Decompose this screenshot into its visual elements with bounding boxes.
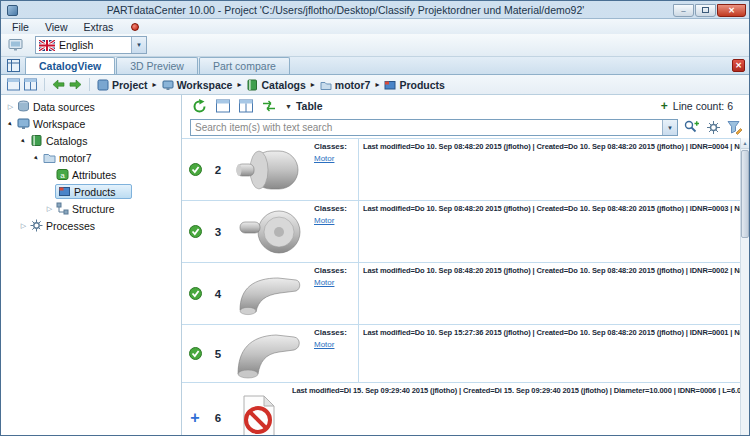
- dropdown-arrow-icon: ▼: [285, 103, 292, 110]
- workspace-icon: [162, 79, 174, 91]
- tree-item-workspace[interactable]: ▸ Workspace: [1, 115, 181, 132]
- breadcrumb-label: Workspace: [177, 79, 233, 91]
- record-icon[interactable]: [131, 23, 139, 31]
- folder-icon: [320, 79, 332, 91]
- tree-label: Structure: [72, 203, 115, 215]
- view-selector-label: Table: [296, 100, 323, 112]
- chevron-icon: ▸: [311, 80, 315, 89]
- title-bar: PARTdataCenter 10.00 - Project 'C:/Users…: [1, 1, 749, 18]
- sync-icon[interactable]: [262, 99, 276, 113]
- products-icon: [384, 79, 396, 91]
- status-approved-icon: [182, 325, 208, 382]
- detail-view-icon[interactable]: [216, 99, 230, 113]
- tree-item-structure[interactable]: ▷ Structure: [1, 200, 181, 217]
- class-link-motor[interactable]: Motor: [314, 216, 334, 225]
- row-number: 6: [208, 383, 228, 435]
- forward-icon[interactable]: [69, 79, 82, 90]
- breadcrumb-bar: Project ▸ Workspace ▸ Catalogs ▸ motor7 …: [1, 75, 749, 95]
- expander-icon[interactable]: ▸: [17, 134, 30, 147]
- breadcrumb-products[interactable]: Products: [384, 79, 445, 91]
- expander-icon[interactable]: ▷: [18, 222, 29, 230]
- table-row[interactable]: 3 Classes: Motor Last modified=Do 10. Se…: [182, 201, 740, 263]
- class-link-motor[interactable]: Motor: [314, 278, 334, 287]
- search-settings-icon[interactable]: [706, 120, 721, 135]
- search-bar: ▼: [182, 117, 749, 138]
- tree-item-motor7[interactable]: ▸ motor7: [1, 149, 181, 166]
- part-thumbnail[interactable]: [228, 201, 312, 262]
- project-icon: [97, 79, 109, 91]
- window-split-icon[interactable]: [24, 78, 37, 91]
- vertical-scrollbar[interactable]: ▲: [740, 138, 749, 435]
- part-thumbnail[interactable]: [228, 139, 312, 200]
- scroll-up-icon[interactable]: ▲: [741, 138, 749, 149]
- breadcrumb-motor7[interactable]: motor7: [320, 79, 371, 91]
- breadcrumb-project[interactable]: Project: [97, 79, 148, 91]
- menu-file[interactable]: File: [4, 19, 37, 34]
- desktop-icon: [8, 38, 23, 52]
- row-metadata: Last modified=Do 10. Sep 15:27:36 2015 (…: [358, 325, 740, 382]
- attributes-icon: a: [56, 168, 69, 181]
- tree-item-attributes[interactable]: ▷ a Attributes: [1, 166, 181, 183]
- search-dropdown-icon[interactable]: ▼: [662, 120, 677, 135]
- tree-item-processes[interactable]: ▷ Processes: [1, 217, 181, 234]
- back-icon[interactable]: [52, 79, 65, 90]
- search-add-icon[interactable]: [684, 120, 700, 135]
- tab-catalog-view[interactable]: CatalogView: [25, 57, 115, 74]
- split-view-icon[interactable]: [239, 99, 253, 113]
- breadcrumb-label: Project: [112, 79, 148, 91]
- tree-item-data-sources[interactable]: ▷ Data sources: [1, 98, 181, 115]
- filter-edit-icon[interactable]: [727, 120, 743, 135]
- expander-icon[interactable]: ▸: [4, 117, 17, 130]
- part-thumbnail[interactable]: [228, 325, 312, 382]
- scrollbar-thumb[interactable]: [741, 150, 749, 238]
- minimize-button[interactable]: –: [673, 4, 694, 17]
- table-row[interactable]: + 6 Last modified=Di 15. Sep 09:29:40 20…: [182, 383, 740, 435]
- menu-extras[interactable]: Extras: [76, 19, 122, 34]
- tree-label: motor7: [59, 152, 92, 164]
- catalogs-icon: [246, 79, 258, 91]
- product-table: 2 Classes: Motor Last modified=Do 10. Se…: [182, 138, 740, 435]
- tree-label: Processes: [46, 220, 95, 232]
- tree-item-catalogs[interactable]: ▸ Catalogs: [1, 132, 181, 149]
- classes-cell: Classes: Motor: [312, 325, 358, 382]
- language-combo[interactable]: English ▼: [35, 36, 147, 54]
- table-row[interactable]: 5 Classes: Motor Last modified=Do 10. Se…: [182, 325, 740, 383]
- breadcrumb-catalogs[interactable]: Catalogs: [246, 79, 305, 91]
- chevron-icon: ▸: [237, 80, 241, 89]
- maximize-button[interactable]: [695, 4, 716, 17]
- blocked-document-thumbnail[interactable]: [228, 383, 288, 435]
- menu-bar: File View Extras: [1, 18, 749, 34]
- expander-icon[interactable]: ▷: [44, 205, 55, 213]
- tree-label: Data sources: [33, 101, 95, 113]
- table-row[interactable]: 4 Classes: Motor Last modified=Do 10. Se…: [182, 263, 740, 325]
- refresh-icon[interactable]: [192, 99, 207, 114]
- row-number: 2: [208, 139, 228, 200]
- table-view-selector[interactable]: ▼ Table: [285, 100, 323, 112]
- window-layout-icon[interactable]: [7, 78, 20, 91]
- class-link-motor[interactable]: Motor: [314, 340, 334, 349]
- database-icon: [17, 100, 30, 113]
- catalogs-icon: [30, 134, 43, 147]
- add-line-icon[interactable]: +: [661, 99, 668, 113]
- language-dropdown-icon[interactable]: ▼: [131, 37, 146, 53]
- search-input[interactable]: [191, 120, 662, 135]
- gear-icon: [30, 219, 43, 232]
- row-metadata: Last modified=Do 10. Sep 08:48:20 2015 (…: [358, 139, 740, 200]
- expander-icon[interactable]: ▷: [5, 103, 16, 111]
- window-title: PARTdataCenter 10.00 - Project 'C:/Users…: [18, 4, 673, 16]
- close-button[interactable]: ✕: [717, 4, 746, 17]
- class-link-motor[interactable]: Motor: [314, 154, 334, 163]
- menu-view[interactable]: View: [37, 19, 76, 34]
- expander-icon[interactable]: ▸: [30, 151, 43, 164]
- breadcrumb-workspace[interactable]: Workspace: [162, 79, 233, 91]
- part-thumbnail[interactable]: [228, 263, 312, 324]
- tab-3d-preview[interactable]: 3D Preview: [116, 57, 198, 74]
- tree-item-products[interactable]: ▷ Products: [1, 183, 181, 200]
- classes-label: Classes:: [314, 142, 358, 151]
- tab-part-compare[interactable]: Part compare: [199, 57, 290, 74]
- table-row[interactable]: 2 Classes: Motor Last modified=Do 10. Se…: [182, 139, 740, 201]
- status-approved-icon: [182, 201, 208, 262]
- row-metadata: Last modified=Di 15. Sep 09:29:40 2015 (…: [288, 383, 740, 435]
- svg-text:a: a: [60, 171, 65, 180]
- close-view-button[interactable]: ✕: [732, 59, 745, 72]
